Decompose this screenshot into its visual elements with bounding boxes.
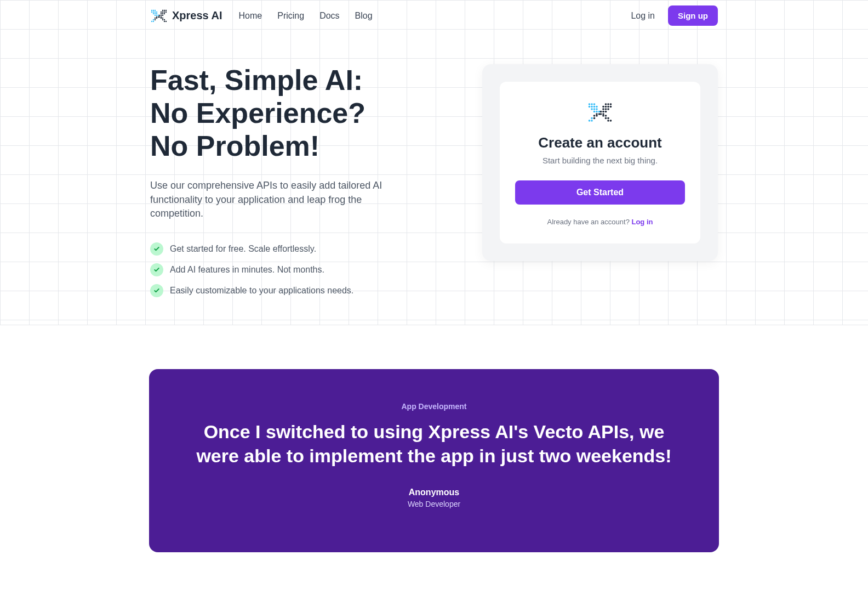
- nav-link-blog[interactable]: Blog: [355, 11, 373, 21]
- check-icon: [150, 284, 163, 297]
- svg-point-21: [164, 11, 165, 12]
- brand-logo[interactable]: Xpress AI: [150, 7, 222, 25]
- svg-point-67: [607, 108, 609, 110]
- card-footer-text: Already have an account?: [547, 218, 632, 226]
- svg-point-32: [161, 17, 162, 18]
- logo-icon: [150, 7, 168, 25]
- svg-point-47: [593, 106, 596, 108]
- get-started-button[interactable]: Get Started: [515, 180, 685, 205]
- hero-content: Fast, Simple AI: No Experience? No Probl…: [150, 31, 718, 297]
- testimonial-role: Web Developer: [193, 500, 675, 508]
- svg-point-43: [591, 103, 593, 105]
- feature-item: Get started for free. Scale effortlessly…: [150, 242, 435, 256]
- svg-point-75: [605, 115, 607, 117]
- navbar: Xpress AI Home Pricing Docs Blog Log in …: [150, 0, 718, 31]
- svg-point-5: [155, 11, 156, 12]
- svg-point-4: [153, 11, 154, 12]
- svg-point-10: [155, 14, 156, 15]
- svg-point-27: [161, 14, 162, 15]
- svg-point-42: [589, 103, 591, 105]
- brand-name: Xpress AI: [172, 9, 222, 22]
- testimonial-category: App Development: [193, 402, 675, 411]
- svg-point-82: [596, 115, 598, 117]
- svg-point-49: [591, 108, 593, 110]
- hero-title-line2: No Experience?: [150, 97, 366, 129]
- svg-point-20: [162, 11, 163, 12]
- testimonial-author: Anonymous: [193, 488, 675, 497]
- testimonial-section: App Development Once I switched to using…: [149, 369, 719, 552]
- svg-point-50: [593, 108, 596, 110]
- svg-point-17: [164, 9, 165, 10]
- feature-text: Add AI features in minutes. Not months.: [170, 265, 324, 275]
- nav-link-pricing[interactable]: Pricing: [277, 11, 304, 21]
- svg-point-11: [156, 14, 157, 15]
- check-icon: [150, 242, 163, 256]
- svg-point-74: [602, 115, 604, 117]
- svg-point-66: [605, 108, 607, 110]
- svg-point-23: [161, 13, 162, 14]
- svg-point-34: [162, 19, 163, 20]
- nav-link-home[interactable]: Home: [239, 11, 262, 21]
- feature-item: Easily customizable to your applications…: [150, 284, 435, 297]
- svg-point-41: [155, 19, 156, 20]
- svg-point-76: [605, 117, 607, 120]
- svg-point-77: [607, 117, 609, 120]
- svg-point-13: [153, 19, 154, 20]
- svg-point-55: [591, 117, 593, 120]
- svg-point-36: [164, 20, 165, 21]
- card-login-link[interactable]: Log in: [631, 218, 653, 226]
- features-list: Get started for free. Scale effortlessly…: [150, 242, 435, 297]
- svg-point-79: [610, 120, 612, 122]
- svg-point-9: [156, 13, 157, 14]
- svg-point-60: [610, 103, 612, 105]
- svg-point-52: [593, 111, 596, 113]
- feature-item: Add AI features in minutes. Not months.: [150, 263, 435, 276]
- svg-point-56: [589, 120, 591, 122]
- svg-point-14: [151, 20, 152, 21]
- svg-point-44: [593, 103, 596, 105]
- hero-title-line3: No Problem!: [150, 130, 319, 162]
- svg-point-58: [605, 103, 607, 105]
- svg-point-45: [589, 106, 591, 108]
- login-link[interactable]: Log in: [631, 11, 655, 21]
- card-footer: Already have an account? Log in: [515, 218, 685, 226]
- nav-left: Xpress AI Home Pricing Docs Blog: [150, 7, 373, 25]
- svg-point-16: [162, 9, 163, 10]
- card-title: Create an account: [515, 134, 685, 151]
- svg-point-6: [156, 11, 157, 12]
- svg-point-25: [164, 13, 165, 14]
- hero-subtitle: Use our comprehensive APIs to easily add…: [150, 179, 391, 220]
- svg-point-37: [165, 20, 167, 21]
- hero-title: Fast, Simple AI: No Experience? No Probl…: [150, 64, 435, 162]
- svg-point-46: [591, 106, 593, 108]
- svg-point-26: [159, 14, 160, 15]
- svg-point-70: [605, 111, 607, 113]
- svg-point-78: [607, 120, 609, 122]
- svg-point-40: [156, 17, 157, 18]
- svg-point-65: [602, 108, 604, 110]
- svg-point-7: [153, 13, 154, 14]
- signup-button[interactable]: Sign up: [668, 5, 718, 26]
- svg-point-18: [165, 9, 167, 10]
- svg-point-48: [596, 106, 598, 108]
- svg-point-0: [151, 9, 152, 10]
- svg-point-24: [162, 13, 163, 14]
- hero-left: Fast, Simple AI: No Experience? No Probl…: [150, 64, 435, 297]
- svg-point-53: [596, 111, 598, 113]
- svg-point-72: [600, 113, 602, 115]
- svg-point-63: [607, 106, 609, 108]
- svg-point-3: [151, 11, 152, 12]
- nav-link-docs[interactable]: Docs: [319, 11, 339, 21]
- check-icon: [150, 263, 163, 276]
- svg-point-39: [155, 17, 156, 18]
- testimonial-quote: Once I switched to using Xpress AI's Vec…: [193, 420, 675, 468]
- card-logo-icon: [587, 99, 613, 126]
- svg-point-69: [602, 111, 604, 113]
- svg-point-8: [155, 13, 156, 14]
- svg-point-33: [162, 17, 163, 18]
- signup-card: Create an account Start building the nex…: [482, 64, 718, 261]
- nav-links: Home Pricing Docs Blog: [239, 11, 373, 21]
- svg-point-83: [593, 117, 596, 120]
- feature-text: Easily customizable to your applications…: [170, 286, 353, 296]
- svg-point-2: [155, 9, 156, 10]
